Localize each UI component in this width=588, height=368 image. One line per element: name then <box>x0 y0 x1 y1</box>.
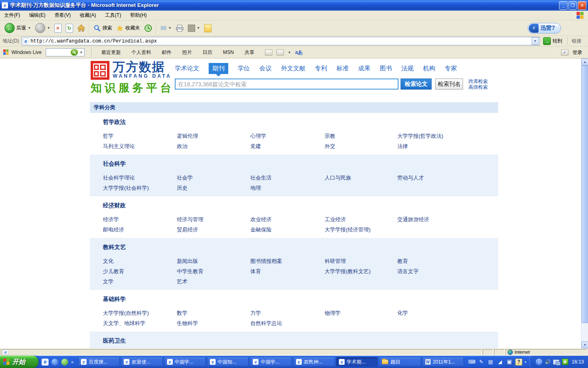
search-papers-button[interactable]: 检索论文 <box>401 79 432 90</box>
category-link[interactable]: 劳动与人才 <box>397 174 498 182</box>
category-link[interactable]: 哲学 <box>103 132 177 140</box>
live-tools-dropdown-icon[interactable]: ▼ <box>288 51 291 54</box>
category-link[interactable]: 外交 <box>325 143 397 150</box>
history-button[interactable] <box>142 22 154 35</box>
nav-tab-standard[interactable]: 标准 <box>336 65 349 72</box>
category-link[interactable]: 工业经济 <box>325 216 397 223</box>
category-link[interactable]: 贸易经济 <box>177 226 250 233</box>
mail-dropdown-icon[interactable]: ▼ <box>168 26 172 30</box>
quicklaunch-green-icon[interactable] <box>61 359 68 366</box>
category-link[interactable]: 化学 <box>397 310 498 317</box>
vertical-scrollbar[interactable]: ▲ ▼ <box>581 58 588 348</box>
taskbar-window-folder[interactable]: 题目 <box>379 357 421 367</box>
category-link[interactable]: 法律 <box>397 143 498 150</box>
category-title[interactable]: 经济财政 <box>90 202 498 209</box>
signin-label[interactable]: 登录 <box>572 49 582 56</box>
category-link[interactable]: 力学 <box>250 310 325 317</box>
live-tool-icon[interactable] <box>265 49 272 56</box>
live-form-icon[interactable] <box>276 49 284 56</box>
translate-icon[interactable]: a﻿あ <box>295 49 303 56</box>
category-link[interactable]: 人口与民族 <box>325 174 397 182</box>
menu-file[interactable]: 文件(F) <box>4 12 20 19</box>
category-link[interactable]: 图书情报档案 <box>250 258 325 265</box>
scroll-down-icon[interactable]: ▼ <box>581 341 588 348</box>
nav-tab-degree[interactable]: 学位 <box>238 65 250 72</box>
category-link[interactable]: 农业经济 <box>250 216 325 223</box>
messenger-button[interactable] <box>202 22 214 35</box>
writing-pad-icon[interactable]: ▤ <box>487 359 494 366</box>
nav-tab-paper[interactable]: 学术论文 <box>175 65 199 72</box>
address-input[interactable] <box>31 38 530 44</box>
menu-help[interactable]: 帮助(H) <box>130 12 147 19</box>
live-item-updates[interactable]: 最近更新 <box>98 49 124 56</box>
favorites-button[interactable]: ★ 收藏夹 <box>114 22 142 35</box>
pen-icon[interactable]: ✎ <box>478 359 485 366</box>
category-link[interactable]: 政治 <box>177 143 250 150</box>
category-link[interactable]: 金融保险 <box>250 226 325 233</box>
nav-tab-achievement[interactable]: 成果 <box>358 65 370 72</box>
menu-edit[interactable]: 编辑(E) <box>29 12 45 19</box>
taskbar-window-baidu[interactable]: e百度搜... <box>78 357 120 367</box>
category-link[interactable]: 体育 <box>250 268 325 275</box>
category-title[interactable]: 社会科学 <box>90 160 498 168</box>
menu-favorites[interactable]: 收藏(A) <box>80 12 96 19</box>
category-link[interactable]: 大学学报(教科文艺) <box>325 268 397 275</box>
edit-button[interactable]: ▼ <box>186 22 202 35</box>
nav-tab-periodical[interactable]: 期刊 <box>209 63 228 74</box>
taskbar-window-word[interactable]: W2011年1... <box>422 357 464 367</box>
live-search-dropdown-icon[interactable]: ▼ <box>78 51 84 54</box>
category-link[interactable]: 语言文字 <box>397 268 498 275</box>
live-item-share[interactable]: 共享 <box>241 49 258 56</box>
taskbar-window-farmer[interactable]: e农民种... <box>293 357 335 367</box>
search-button[interactable]: 搜索 <box>91 22 114 35</box>
taskbar-window-wanfang-active[interactable]: e学术期... <box>336 357 378 367</box>
category-link[interactable]: 教育 <box>397 258 498 265</box>
refresh-button[interactable]: ↻ <box>64 22 75 35</box>
start-button[interactable]: 开始 <box>0 356 38 368</box>
back-button[interactable]: ← 后退 ▼ <box>2 22 33 35</box>
category-link[interactable]: 邮电经济 <box>103 226 177 233</box>
back-dropdown-icon[interactable]: ▼ <box>28 26 31 30</box>
search-journal-button[interactable]: 检索刊名 <box>435 79 463 90</box>
nav-tab-patent[interactable]: 专利 <box>315 65 327 72</box>
tray-collapse-icon[interactable]: ‹ <box>536 359 542 365</box>
nav-tab-foreign[interactable]: 外文文献 <box>281 65 305 72</box>
category-link[interactable]: 逻辑伦理 <box>177 132 250 140</box>
tray-network-icon[interactable] <box>553 359 559 365</box>
advanced-search-link[interactable]: 高级检索 <box>468 84 488 90</box>
live-item-msn[interactable]: MSN <box>220 49 237 55</box>
nav-tab-conference[interactable]: 会议 <box>259 65 272 72</box>
category-link[interactable]: 经济与管理 <box>177 216 250 223</box>
live-search-input[interactable] <box>46 50 71 55</box>
taskbar-window-cnki3[interactable]: e中国学... <box>250 357 292 367</box>
links-label[interactable]: 链接 <box>567 38 586 45</box>
category-link[interactable]: 社会生活 <box>250 174 325 182</box>
nav-tab-law[interactable]: 法规 <box>401 65 414 72</box>
langbar-options-icon[interactable]: ▾ <box>525 360 526 364</box>
live-item-photos[interactable]: 照片 <box>179 49 195 56</box>
category-link[interactable]: 地理 <box>250 184 325 192</box>
category-title[interactable]: 哲学政法 <box>90 119 498 126</box>
category-title[interactable]: 基础科学 <box>90 296 498 303</box>
live-item-profile[interactable]: 个人资料 <box>128 49 154 56</box>
cross-db-search-link[interactable]: 跨库检索 <box>468 79 488 84</box>
nav-tab-institution[interactable]: 机构 <box>423 65 435 72</box>
taskbar-window-welcome[interactable]: e欢迎使... <box>121 357 163 367</box>
category-link[interactable]: 马列主义理论 <box>103 143 177 150</box>
category-link[interactable]: 科研管理 <box>325 258 397 265</box>
nav-tab-book[interactable]: 图书 <box>380 65 392 72</box>
category-title[interactable]: 医药卫生 <box>90 337 498 345</box>
category-link[interactable]: 大学学报(经济管理) <box>325 226 397 233</box>
category-link[interactable]: 经济学 <box>103 216 177 223</box>
ime-tool-icon[interactable]: ◢ <box>497 359 503 366</box>
thunder-toolbar-button[interactable]: ⚡ 迅雷7 <box>528 23 561 34</box>
category-title[interactable]: 教科文艺 <box>90 244 498 251</box>
language-help-icon[interactable]: ? <box>515 359 522 366</box>
category-link[interactable]: 大学学报(社会科学) <box>103 184 177 192</box>
live-search-go-icon[interactable] <box>71 49 78 56</box>
ime-mode-icon[interactable]: ▣ <box>506 359 513 366</box>
category-link[interactable]: 历史 <box>177 184 250 192</box>
quicklaunch-ie-icon[interactable]: e <box>42 359 49 366</box>
category-link[interactable]: 社会学 <box>177 174 250 182</box>
menu-view[interactable]: 查看(V) <box>54 12 71 19</box>
